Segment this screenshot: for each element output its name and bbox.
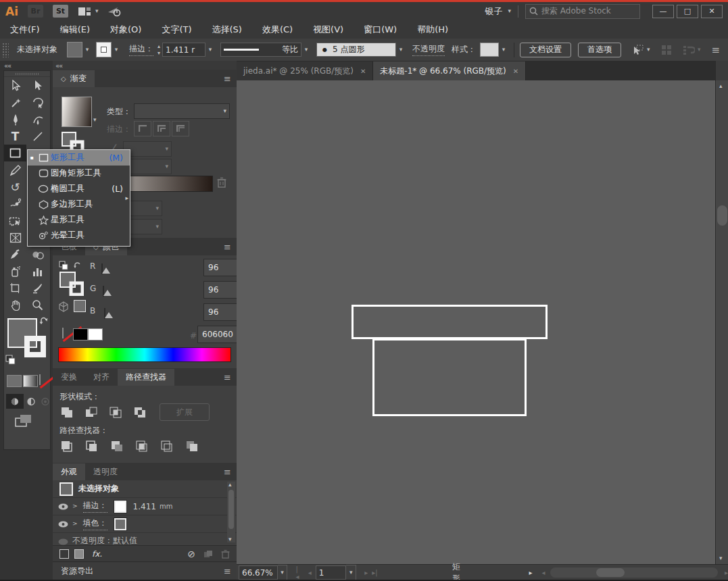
fill-chevron-icon[interactable]: ▾ (82, 43, 92, 57)
unite-button[interactable] (58, 405, 76, 420)
slice-tool[interactable] (26, 280, 49, 297)
flyout-tearoff-icon[interactable]: ▸ (125, 195, 128, 201)
isolate-selection-icon[interactable] (631, 44, 644, 56)
column-graph-tool[interactable] (26, 263, 49, 280)
pathfinder-tab[interactable]: 路径查找器 (118, 369, 174, 386)
vscroll-thumb[interactable] (717, 205, 727, 226)
black-swatch[interactable] (73, 328, 88, 340)
stock-badge[interactable]: St (53, 5, 68, 18)
b-value-field[interactable]: 96 (203, 303, 241, 321)
color-fill-stroke-icon[interactable] (59, 272, 84, 296)
tooldock-collapse-icon[interactable]: «« (4, 62, 11, 70)
controlbar-drag-handle[interactable] (2, 43, 9, 57)
draw-inside-mode[interactable] (38, 394, 53, 409)
menu-type[interactable]: 文字(T) (151, 24, 201, 36)
stroke-weight-label[interactable]: 描边： (129, 43, 153, 56)
prev-page-icon[interactable]: ◂ (308, 569, 312, 576)
scroll-up-icon[interactable]: ▴ (719, 83, 723, 89)
appearance-stroke-swatch[interactable] (114, 501, 126, 513)
stroke-weight-field[interactable]: 1.411 r (162, 43, 205, 57)
workspace-icon[interactable]: ▾ (683, 45, 701, 55)
layout-icon[interactable] (78, 6, 91, 17)
menu-select[interactable]: 选择(S) (201, 24, 251, 36)
b-slider-handle[interactable] (105, 312, 113, 318)
minus-back-button[interactable] (183, 438, 201, 453)
stroke-color-swatch[interactable] (96, 42, 112, 57)
gradient-thumb-chevron-icon[interactable]: ▾ (93, 117, 97, 123)
line-segment-tool[interactable] (26, 128, 49, 145)
appearance-row-object[interactable]: 未选择对象 (53, 480, 237, 498)
minimize-button[interactable]: — (652, 5, 674, 18)
perspective-grid-tool[interactable] (4, 229, 26, 246)
doc-tab-jieda[interactable]: jieda.ai* @ 25% (RGB/预览) ✕ (237, 61, 373, 80)
flyout-star-tool[interactable]: 星形工具 (28, 212, 130, 228)
hex-field[interactable]: 606060 (197, 326, 238, 343)
color-mini-swap-icon[interactable] (58, 259, 81, 272)
canvas[interactable] (237, 80, 715, 564)
delete-item-icon[interactable] (221, 549, 230, 559)
clear-appearance-icon[interactable]: ⊘ (187, 549, 195, 559)
menu-window[interactable]: 窗口(W) (354, 24, 407, 36)
new-stroke-icon[interactable] (59, 549, 69, 559)
menu-object[interactable]: 对象(O) (100, 24, 151, 36)
appearance-fill-swatch[interactable] (114, 518, 126, 530)
exclude-button[interactable] (131, 405, 149, 420)
scroll-down-icon[interactable]: ▾ (228, 536, 232, 542)
transparency-tab[interactable]: 透明度 (85, 463, 126, 480)
eye-icon[interactable] (58, 503, 68, 510)
draw-behind-mode[interactable] (24, 394, 39, 409)
controlbar-menu-icon[interactable]: ≡ (711, 44, 720, 56)
hscroll-thumb[interactable] (596, 568, 625, 577)
first-page-icon[interactable]: |◂ (295, 565, 301, 580)
fill-color-swatch[interactable] (67, 42, 82, 57)
gradient-stroke-within-button[interactable] (134, 121, 151, 136)
isolate-chevron-icon[interactable]: ▾ (647, 47, 650, 53)
default-fill-stroke-icon[interactable] (5, 355, 16, 365)
gradient-trash-icon[interactable] (217, 177, 226, 188)
hand-tool[interactable] (4, 297, 26, 313)
brush-field[interactable]: ● 5 点圆形 (316, 43, 396, 57)
flyout-flare-tool[interactable]: 光晕工具 (28, 228, 130, 243)
direct-selection-tool[interactable] (26, 77, 49, 94)
artboard-chevron-icon[interactable]: ▾ (346, 565, 356, 580)
asset-export-menu-icon[interactable]: ≡ (224, 566, 231, 576)
appearance-row-stroke[interactable]: > 描边： 1.411 mm (53, 498, 237, 515)
scroll-down-icon[interactable]: ▾ (719, 555, 723, 561)
arrange-documents-icon[interactable] (661, 45, 672, 55)
r-value-field[interactable]: 96 (203, 259, 241, 276)
shape-builder-tool[interactable] (4, 212, 26, 229)
align-tab[interactable]: 对齐 (85, 369, 118, 386)
menu-effect[interactable]: 效果(C) (252, 24, 303, 36)
gradient-stroke-across-button[interactable] (172, 121, 189, 136)
color-spectrum-bar[interactable] (58, 347, 231, 362)
expand-stroke-icon[interactable]: > (72, 503, 78, 509)
none-swatch[interactable] (62, 328, 64, 338)
zoom-tool[interactable] (26, 297, 49, 313)
eye-icon[interactable] (58, 521, 68, 528)
trim-button[interactable] (83, 438, 101, 453)
stroke-stepper[interactable]: ▴ ▾ (157, 44, 160, 56)
horizontal-scrollbar[interactable] (550, 567, 718, 578)
gradient-stroke-along-button[interactable] (153, 121, 170, 136)
eye-icon[interactable] (58, 538, 68, 545)
appearance-opacity-row[interactable]: 不透明度：默认值 (72, 535, 137, 545)
crop-button[interactable] (133, 438, 151, 453)
r-slider-handle[interactable] (102, 268, 110, 274)
rotate-tool[interactable]: ↺ (4, 178, 26, 195)
appearance-tab[interactable]: 外观 (53, 463, 85, 480)
puppet-warp-tool[interactable] (4, 195, 26, 212)
r-slider[interactable] (101, 263, 103, 274)
doc-tab-untitled[interactable]: 未标题-1* @ 66.67% (RGB/预览) ✕ (373, 61, 526, 80)
preferences-button[interactable]: 首选项 (578, 43, 621, 57)
hscroll-right-icon[interactable]: ▸ (725, 569, 728, 576)
brush-chevron-icon[interactable]: ▾ (396, 43, 406, 57)
flyout-rectangle-tool[interactable]: ▪ 矩形工具 (M) (28, 150, 130, 166)
appearance-row-opacity[interactable]: 不透明度：默认值 (53, 533, 237, 545)
last-page-icon[interactable]: ▸| (372, 569, 377, 576)
screen-mode-icon[interactable] (15, 414, 32, 428)
next-page-icon[interactable]: ▸ (364, 569, 368, 576)
vertical-scrollbar[interactable]: ▴ ▾ (715, 61, 728, 564)
gradient-mode-button[interactable] (23, 375, 38, 387)
pathfinder-menu-icon[interactable]: ≡ (224, 372, 231, 382)
expand-button[interactable]: 扩展 (160, 403, 210, 421)
